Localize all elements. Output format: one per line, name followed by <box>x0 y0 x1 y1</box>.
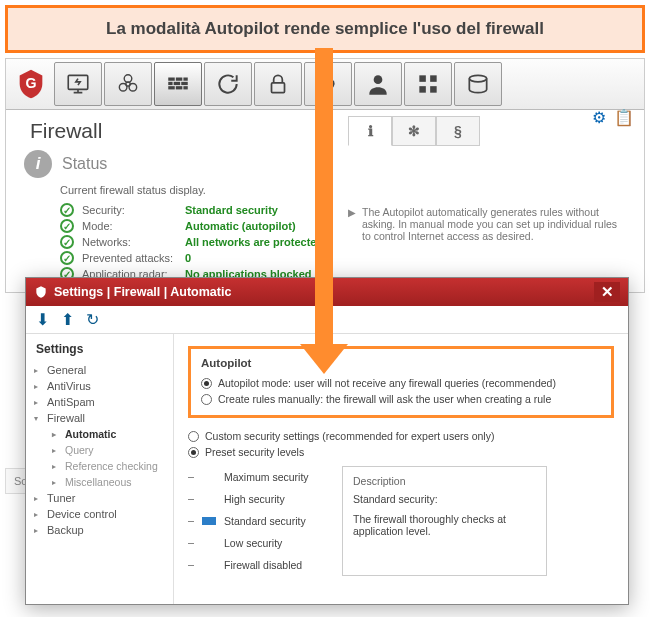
svg-rect-20 <box>430 86 437 93</box>
autopilot-group: Autopilot Autopilot mode: user will not … <box>188 346 614 418</box>
autopilot-note: The Autopilot automatically generates ru… <box>362 206 624 282</box>
tb-monitor-icon[interactable] <box>54 62 102 106</box>
svg-rect-19 <box>419 86 426 93</box>
page-title: Firewall <box>30 119 102 143</box>
description-panel: Description Standard security: The firew… <box>342 466 547 576</box>
gear-icon[interactable]: ⚙ <box>592 108 606 127</box>
status-heading: Status <box>62 155 107 173</box>
tree-general[interactable]: ▸General <box>32 362 167 378</box>
level-low: Low security <box>224 537 282 549</box>
svg-point-16 <box>374 75 383 84</box>
dialog-content: Autopilot Autopilot mode: user will not … <box>174 334 628 604</box>
tree-firewall[interactable]: ▾Firewall <box>32 410 167 426</box>
triangle-icon: ▶ <box>348 207 356 282</box>
export-icon[interactable]: ⬆ <box>61 310 74 329</box>
radio-icon <box>201 394 212 405</box>
level-standard: Standard security <box>224 515 306 527</box>
radio-icon <box>188 431 199 442</box>
tree-automatic[interactable]: ▸Automatic <box>32 426 167 442</box>
reset-icon[interactable]: ↻ <box>86 310 99 329</box>
networks-label: Networks: <box>82 236 177 248</box>
radio-autopilot-mode[interactable]: Autopilot mode: user will not receive an… <box>201 375 601 391</box>
check-icon: ✓ <box>60 251 74 265</box>
tab-section[interactable]: § <box>436 116 480 146</box>
tb-user-icon[interactable] <box>354 62 402 106</box>
svg-rect-18 <box>430 75 437 82</box>
radio-manual-mode[interactable]: Create rules manually: the firewall will… <box>201 391 601 407</box>
security-value: Standard security <box>185 204 278 216</box>
svg-rect-12 <box>168 86 175 89</box>
svg-rect-11 <box>181 82 188 85</box>
desc-heading: Description <box>353 475 536 487</box>
radio-icon <box>201 378 212 389</box>
svg-rect-8 <box>183 78 187 81</box>
security-slider[interactable]: Maximum security High security Standard … <box>188 466 328 576</box>
svg-point-5 <box>129 83 137 91</box>
settings-sidebar: Settings ▸General ▸AntiVirus ▸AntiSpam ▾… <box>26 334 174 604</box>
clipboard-icon[interactable]: 📋 <box>614 108 634 127</box>
tree-antispam[interactable]: ▸AntiSpam <box>32 394 167 410</box>
tree-misc[interactable]: ▸Miscellaneous <box>32 474 167 490</box>
radio-preset-levels[interactable]: Preset security levels <box>188 444 614 460</box>
mode-value: Automatic (autopilot) <box>185 220 296 232</box>
svg-rect-15 <box>272 83 285 93</box>
desc-title: Standard security: <box>353 493 536 505</box>
svg-rect-14 <box>183 86 187 89</box>
mode-label: Mode: <box>82 220 177 232</box>
shield-icon <box>34 285 48 299</box>
level-max: Maximum security <box>224 471 309 483</box>
attacks-value: 0 <box>185 252 191 264</box>
tab-star[interactable]: ✻ <box>392 116 436 146</box>
svg-point-4 <box>119 83 127 91</box>
asterisk-icon: ✻ <box>408 123 420 139</box>
tree-tuner[interactable]: ▸Tuner <box>32 490 167 506</box>
svg-text:G: G <box>25 75 36 91</box>
tb-disk-icon[interactable] <box>454 62 502 106</box>
level-high: High security <box>224 493 285 505</box>
svg-rect-13 <box>176 86 183 89</box>
tb-firewall-icon[interactable] <box>154 62 202 106</box>
level-disabled: Firewall disabled <box>224 559 302 571</box>
header-tabs: ℹ ✻ § <box>348 116 480 146</box>
desc-body: The firewall thoroughly checks at applic… <box>353 513 536 537</box>
svg-rect-9 <box>168 82 172 85</box>
tree-antivirus[interactable]: ▸AntiVirus <box>32 378 167 394</box>
networks-value: All networks are protected <box>185 236 323 248</box>
tree-backup[interactable]: ▸Backup <box>32 522 167 538</box>
annotation-text: La modalità Autopilot rende semplice l'u… <box>106 19 544 39</box>
tb-grid-icon[interactable] <box>404 62 452 106</box>
svg-rect-6 <box>168 78 175 81</box>
tb-lock-icon[interactable] <box>254 62 302 106</box>
svg-point-21 <box>469 75 486 82</box>
radio-icon <box>188 447 199 458</box>
tb-refresh-icon[interactable] <box>204 62 252 106</box>
info-icon: ℹ <box>368 123 373 139</box>
annotation-arrow <box>306 48 342 370</box>
import-icon[interactable]: ⬇ <box>36 310 49 329</box>
autopilot-heading: Autopilot <box>201 357 601 369</box>
tree-query[interactable]: ▸Query <box>32 442 167 458</box>
check-icon: ✓ <box>60 235 74 249</box>
close-button[interactable]: ✕ <box>594 282 620 302</box>
svg-rect-7 <box>176 78 183 81</box>
tb-biohazard-icon[interactable] <box>104 62 152 106</box>
attacks-label: Prevented attacks: <box>82 252 177 264</box>
tree-refcheck[interactable]: ▸Reference checking <box>32 458 167 474</box>
security-label: Security: <box>82 204 177 216</box>
header-actions: ⚙ 📋 <box>592 108 634 127</box>
check-icon: ✓ <box>60 203 74 217</box>
app-logo[interactable]: G <box>10 62 52 106</box>
svg-rect-10 <box>174 82 181 85</box>
slider-thumb[interactable] <box>202 517 216 525</box>
sidebar-heading: Settings <box>32 342 167 356</box>
annotation-banner: La modalità Autopilot rende semplice l'u… <box>5 5 645 53</box>
radio-custom-security[interactable]: Custom security settings (recommended fo… <box>188 428 614 444</box>
tab-info[interactable]: ℹ <box>348 116 392 146</box>
security-levels-area: Maximum security High security Standard … <box>188 466 614 576</box>
info-badge-icon: i <box>24 150 52 178</box>
section-icon: § <box>454 123 462 139</box>
svg-rect-17 <box>419 75 426 82</box>
dialog-title: Settings | Firewall | Automatic <box>54 285 231 299</box>
check-icon: ✓ <box>60 219 74 233</box>
tree-device[interactable]: ▸Device control <box>32 506 167 522</box>
